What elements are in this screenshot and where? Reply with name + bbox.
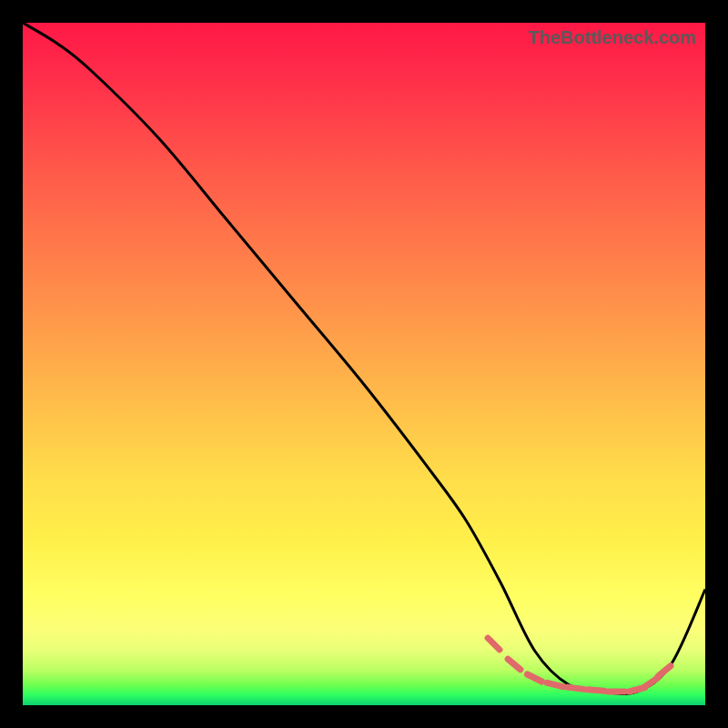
optimal-marker — [588, 690, 604, 691]
optimal-marker — [644, 678, 658, 687]
optimal-marker — [547, 682, 562, 686]
optimal-marker — [658, 666, 671, 677]
bottleneck-chart: TheBottleneck.com — [23, 23, 705, 705]
optimal-marker — [568, 687, 584, 689]
optimal-range-markers — [488, 638, 671, 692]
optimal-marker — [528, 674, 542, 682]
chart-svg — [23, 23, 705, 705]
bottleneck-curve-line — [23, 23, 705, 694]
optimal-marker — [508, 659, 521, 670]
optimal-marker — [488, 638, 500, 650]
